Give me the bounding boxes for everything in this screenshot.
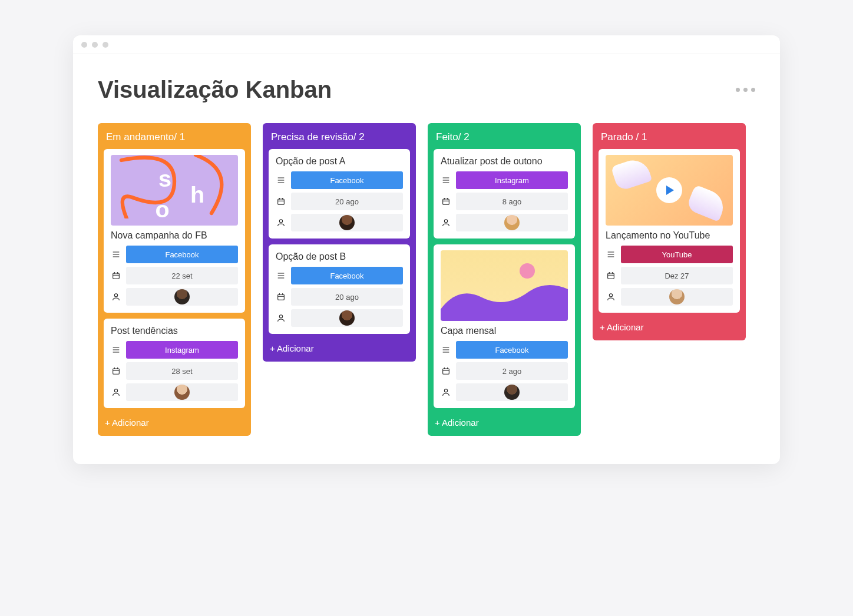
- card-title: Nova campanha do FB: [111, 230, 238, 241]
- calendar-icon: [441, 196, 451, 207]
- list-icon: [441, 345, 451, 355]
- svg-point-10: [279, 315, 282, 318]
- card-assignee[interactable]: [291, 309, 403, 327]
- card-date[interactable]: Dez 27: [621, 267, 733, 284]
- page-header: Visualização Kanban: [98, 77, 755, 103]
- play-button-icon[interactable]: [656, 177, 682, 203]
- card-thumbnail: s h o: [111, 155, 238, 226]
- channel-chip[interactable]: Facebook: [456, 341, 568, 359]
- page-content: Visualização Kanban Em andamento/ 1 s h: [73, 54, 780, 464]
- person-icon: [276, 217, 286, 228]
- avatar: [339, 215, 355, 230]
- channel-chip[interactable]: Facebook: [291, 267, 403, 284]
- kanban-card[interactable]: Capa mensal Facebook 2 ago: [434, 244, 575, 408]
- kanban-card[interactable]: Opção de post A Facebook 20 ago: [269, 149, 410, 239]
- traffic-light-zoom-icon[interactable]: [103, 42, 108, 48]
- list-icon: [276, 175, 286, 186]
- traffic-light-minimize-icon[interactable]: [92, 42, 98, 48]
- add-card-button[interactable]: + Adicionar: [104, 414, 245, 428]
- svg-text:s: s: [158, 165, 171, 191]
- svg-rect-5: [113, 369, 120, 374]
- list-icon: [111, 345, 121, 355]
- channel-chip[interactable]: Instagram: [456, 171, 568, 189]
- card-assignee[interactable]: [456, 214, 568, 231]
- avatar: [504, 215, 520, 230]
- app-window: Visualização Kanban Em andamento/ 1 s h: [73, 35, 780, 464]
- add-card-button[interactable]: + Adicionar: [434, 414, 575, 428]
- card-date[interactable]: 8 ago: [456, 193, 568, 210]
- person-icon: [111, 292, 121, 302]
- kanban-column-needs-review[interactable]: Precisa de revisão/ 2 Opção de post A Fa…: [263, 123, 416, 362]
- window-titlebar: [73, 35, 780, 54]
- swirl-art-icon: s h o: [111, 155, 238, 218]
- shoe-icon: [686, 184, 728, 221]
- add-card-button[interactable]: + Adicionar: [599, 319, 740, 332]
- kanban-card[interactable]: Opção de post B Facebook 20 ago: [269, 244, 410, 334]
- card-title: Lançamento no YouTube: [606, 230, 733, 241]
- svg-point-4: [114, 294, 117, 297]
- card-thumbnail: [606, 155, 733, 226]
- svg-rect-7: [278, 199, 285, 204]
- svg-point-14: [444, 389, 447, 392]
- calendar-icon: [111, 270, 121, 281]
- column-header: Precisa de revisão/ 2: [269, 130, 410, 149]
- channel-chip[interactable]: Instagram: [126, 341, 238, 359]
- card-date[interactable]: 20 ago: [291, 288, 403, 306]
- card-date[interactable]: 2 ago: [456, 362, 568, 380]
- calendar-icon: [276, 292, 286, 302]
- kanban-card[interactable]: Atualizar post de outono Instagram 8 ago: [434, 149, 575, 239]
- column-header: Em andamento/ 1: [104, 130, 245, 149]
- avatar: [669, 289, 685, 304]
- kanban-column-stopped[interactable]: Parado / 1 Lançamento no YouTube YouTube: [593, 123, 746, 340]
- list-icon: [111, 249, 121, 260]
- avatar: [174, 385, 190, 400]
- kanban-card[interactable]: s h o Nova campanha do FB Facebook 22 se…: [104, 149, 245, 313]
- card-date[interactable]: 22 set: [126, 267, 238, 284]
- kanban-card[interactable]: Post tendências Instagram 28 set: [104, 319, 245, 408]
- traffic-light-close-icon[interactable]: [81, 42, 87, 48]
- more-menu-button[interactable]: [736, 88, 755, 92]
- column-header: Feito/ 2: [434, 130, 575, 149]
- person-icon: [276, 313, 286, 323]
- svg-point-16: [609, 294, 612, 297]
- list-icon: [606, 249, 616, 260]
- svg-point-12: [444, 220, 447, 223]
- svg-text:h: h: [190, 181, 204, 207]
- add-card-button[interactable]: + Adicionar: [269, 340, 410, 353]
- list-icon: [441, 175, 451, 186]
- channel-chip[interactable]: YouTube: [621, 246, 733, 263]
- channel-chip[interactable]: Facebook: [291, 171, 403, 189]
- kanban-column-in-progress[interactable]: Em andamento/ 1 s h o Nova campanha do F…: [98, 123, 251, 436]
- kanban-board: Em andamento/ 1 s h o Nova campanha do F…: [98, 123, 755, 436]
- channel-chip[interactable]: Facebook: [126, 246, 238, 263]
- ellipsis-icon: [743, 88, 748, 92]
- ellipsis-icon: [751, 88, 755, 92]
- card-date[interactable]: 28 set: [126, 362, 238, 380]
- calendar-icon: [606, 270, 616, 281]
- card-thumbnail: [441, 250, 568, 321]
- card-title: Atualizar post de outono: [441, 156, 568, 167]
- page-title: Visualização Kanban: [98, 77, 332, 103]
- card-date[interactable]: 20 ago: [291, 193, 403, 210]
- card-assignee[interactable]: [126, 383, 238, 401]
- person-icon: [441, 217, 451, 228]
- card-title: Opção de post A: [276, 156, 403, 167]
- list-icon: [276, 270, 286, 281]
- avatar: [339, 310, 355, 326]
- card-assignee[interactable]: [456, 383, 568, 401]
- card-assignee[interactable]: [291, 214, 403, 231]
- svg-text:o: o: [156, 196, 170, 218]
- svg-rect-11: [443, 199, 449, 204]
- sun-icon: [520, 263, 535, 279]
- card-assignee[interactable]: [621, 288, 733, 306]
- avatar: [504, 385, 520, 400]
- avatar: [174, 289, 190, 304]
- person-icon: [606, 292, 616, 302]
- person-icon: [441, 387, 451, 398]
- kanban-card[interactable]: Lançamento no YouTube YouTube Dez 27: [599, 149, 740, 313]
- kanban-column-done[interactable]: Feito/ 2 Atualizar post de outono Instag…: [428, 123, 581, 436]
- column-header: Parado / 1: [599, 130, 740, 149]
- svg-rect-9: [278, 294, 285, 300]
- card-assignee[interactable]: [126, 288, 238, 306]
- svg-rect-3: [113, 273, 120, 279]
